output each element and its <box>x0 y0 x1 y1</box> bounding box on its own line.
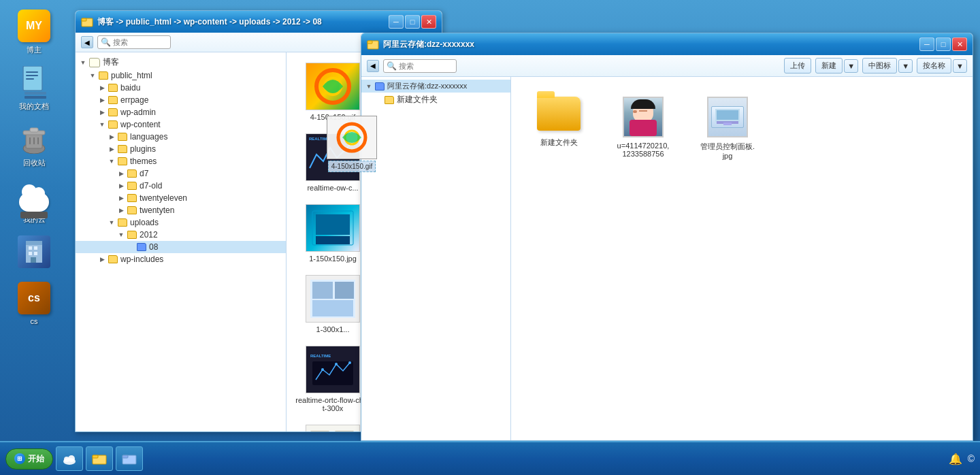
taskbar-folder2-btn[interactable] <box>116 446 143 471</box>
tree-item-2012[interactable]: ▼ 2012 <box>76 229 286 241</box>
taskbar-folder2-icon <box>122 452 137 465</box>
tree-folder-d7old <box>127 182 137 190</box>
svg-rect-3 <box>26 75 38 76</box>
right-maximize-btn[interactable]: □ <box>936 37 951 51</box>
right-file-item-0[interactable]: 新建文件夹 <box>525 91 593 166</box>
sort-btn[interactable]: 按名称 <box>917 58 951 73</box>
tree-folder-baidu <box>108 84 118 92</box>
tree-item-uploads[interactable]: ▼ uploads <box>76 216 286 229</box>
tree-folder-uploads <box>118 218 127 227</box>
tree-item-d7old[interactable]: ▶ d7-old <box>76 180 286 192</box>
sort-arrow-btn[interactable]: ▼ <box>953 59 967 73</box>
right-folder-icon <box>537 97 581 133</box>
tree-arrow-d7: ▶ <box>116 169 126 178</box>
right-tree-folder-new <box>385 96 394 104</box>
tree-label-uploads: uploads <box>130 218 159 227</box>
tree-folder-plugins <box>118 145 127 153</box>
tree-folder-wpcontent <box>108 120 118 129</box>
left-titlebar: 博客 -> public_html -> wp-content -> uploa… <box>76 11 442 33</box>
right-file-name-1: u=4114720210,1233588756 <box>615 142 671 158</box>
taskbar-folder1-btn[interactable] <box>86 446 113 471</box>
right-tree-arrow-new <box>374 95 383 105</box>
tree-label-languages: languages <box>130 132 167 142</box>
left-window-title: 博客 -> public_html -> wp-content -> uploa… <box>97 16 385 28</box>
tree-item-wpincludes[interactable]: ▶ wp-includes <box>76 253 286 265</box>
tree-item-errpage[interactable]: ▶ errpage <box>76 94 286 106</box>
tree-item-twentyeleven[interactable]: ▶ twentyeleven <box>76 192 286 204</box>
window-right: 阿里云存储:dzz-xxxxxxx ─ □ ✕ ◀ 🔍 上传 新建 ▼ 中图标 … <box>361 33 973 441</box>
left-minimize-btn[interactable]: ─ <box>389 15 404 29</box>
tree-arrow-public: ▼ <box>88 71 97 80</box>
svg-rect-4 <box>26 78 34 80</box>
taskbar-right: 🔔 © <box>949 453 975 465</box>
start-button[interactable]: ⊞ 开始 <box>5 448 53 470</box>
right-window-controls: ─ □ ✕ <box>919 37 967 51</box>
svg-rect-31 <box>312 300 353 316</box>
building-icon <box>22 238 46 265</box>
right-tree-newfolder[interactable]: 新建文件夹 <box>361 93 510 107</box>
new-dropdown[interactable]: 新建 ▼ <box>815 58 858 73</box>
right-tree-root[interactable]: ▼ 阿里云存储:dzz-xxxxxxx <box>361 80 510 93</box>
tree-item-twentyten[interactable]: ▶ twentyten <box>76 204 286 216</box>
tree-folder-wpincludes <box>108 255 118 263</box>
left-search-box: 🔍 <box>97 35 171 49</box>
girl-photo <box>624 98 662 136</box>
svg-rect-29 <box>312 282 333 299</box>
svg-rect-64 <box>122 455 128 458</box>
new-arrow-btn[interactable]: ▼ <box>844 59 858 73</box>
left-search-input[interactable] <box>113 38 167 46</box>
tree-arrow-themes: ▼ <box>107 157 116 166</box>
desktop-icon-mycloud[interactable]: 我的云 <box>7 176 61 227</box>
svg-rect-53 <box>368 41 372 44</box>
tree-item-languages[interactable]: ▶ languages <box>76 131 286 143</box>
trash-icon <box>20 124 48 154</box>
tree-folder-themes <box>118 157 127 165</box>
new-btn[interactable]: 新建 <box>815 58 843 73</box>
left-close-btn[interactable]: ✕ <box>421 15 436 29</box>
svg-rect-22 <box>82 18 86 21</box>
tree-item-plugins[interactable]: ▶ plugins <box>76 143 286 155</box>
file-thumb-1: REALTIME <box>306 133 360 181</box>
sort-dropdown[interactable]: 按名称 ▼ <box>917 58 967 73</box>
tree-item-wpcontent[interactable]: ▼ wp-content <box>76 118 286 131</box>
taskbar-cloud-btn[interactable] <box>56 446 83 471</box>
tree-arrow-2012: ▼ <box>116 230 126 240</box>
view-arrow-btn[interactable]: ▼ <box>898 59 913 73</box>
right-minimize-btn[interactable]: ─ <box>919 37 934 51</box>
tree-arrow-d7old: ▶ <box>116 181 126 191</box>
recycle-label: 回收站 <box>23 158 46 168</box>
view-dropdown[interactable]: 中图标 ▼ <box>862 58 913 73</box>
right-file-item-2[interactable]: 管理员控制面板.jpg <box>693 91 762 166</box>
tree-item-08[interactable]: 08 <box>76 241 286 253</box>
svg-rect-57 <box>723 122 732 125</box>
desktop-icon-recycle[interactable]: 回收站 <box>7 120 61 171</box>
desktop-icon-mydocs[interactable]: 我的文档 <box>7 63 61 114</box>
desktop-icon-cs[interactable]: cs cs <box>7 279 61 328</box>
tree-item-baidu[interactable]: ▶ baidu <box>76 82 286 94</box>
mypc-icon-text: MY <box>26 20 42 32</box>
svg-point-36 <box>348 361 351 364</box>
tree-item-root[interactable]: ▼ 博客 <box>76 55 286 69</box>
tree-item-themes[interactable]: ▼ themes <box>76 155 286 167</box>
right-nav-prev[interactable]: ◀ <box>367 60 379 72</box>
right-file-item-1[interactable]: u=4114720210,1233588756 <box>609 91 677 166</box>
left-maximize-btn[interactable]: □ <box>405 15 420 29</box>
view-btn[interactable]: 中图标 <box>862 58 897 73</box>
upload-btn[interactable]: 上传 <box>784 58 811 73</box>
svg-rect-26 <box>316 214 350 235</box>
left-title-icon <box>81 16 93 28</box>
copyright-icon: © <box>968 453 975 464</box>
tree-label-2012: 2012 <box>140 230 158 240</box>
right-search-input[interactable] <box>399 62 453 70</box>
file-thumb-0 <box>306 63 360 110</box>
right-close-btn[interactable]: ✕ <box>952 37 967 51</box>
tree-item-public_html[interactable]: ▼ public_html <box>76 69 286 82</box>
left-nav-prev[interactable]: ◀ <box>81 36 93 48</box>
notification-icon: 🔔 <box>949 453 962 465</box>
desktop-icon-building[interactable] <box>7 233 61 274</box>
tree-item-d7[interactable]: ▶ d7 <box>76 167 286 180</box>
desktop-icon-mypc[interactable]: MY 博主 <box>7 7 61 58</box>
tree-item-wpadmin[interactable]: ▶ wp-admin <box>76 106 286 118</box>
right-file-area: 新建文件夹 u=4114720210,1233588756 <box>511 77 973 440</box>
svg-rect-62 <box>93 455 98 458</box>
